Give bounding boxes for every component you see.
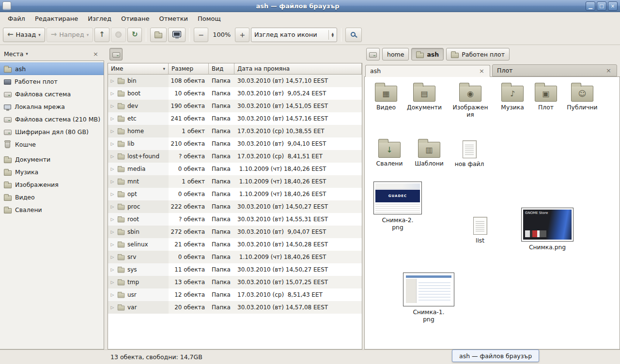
tab-close-button[interactable]: × — [478, 68, 485, 74]
zoom-out-button[interactable]: − — [194, 28, 208, 42]
menu-help[interactable]: Помощ — [193, 14, 226, 24]
sidebar-item-pictures[interactable]: Изображения — [0, 178, 104, 191]
expander-icon[interactable]: ▷ — [110, 305, 115, 310]
tree-row-selinux[interactable]: ▷selinux21 обектаПапка30.03.2010 (вт) 14… — [108, 238, 362, 251]
sidebar-item-filesystem-210mb[interactable]: Файлова система (210 MB) — [0, 113, 104, 125]
tree-row-usr[interactable]: ▷usr12 обектаПапка17.03.2010 (ср) 8,51,4… — [108, 288, 362, 301]
sidebar-item-ash[interactable]: ash — [0, 62, 104, 75]
expander-icon[interactable]: ▷ — [110, 192, 115, 197]
back-button[interactable]: ← Назад ▾ — [3, 28, 45, 42]
expander-icon[interactable]: ▷ — [110, 167, 115, 171]
column-header-name[interactable]: Име▾ — [108, 63, 169, 75]
menu-file[interactable]: Файл — [3, 14, 30, 24]
menu-edit[interactable]: Редактиране — [30, 14, 83, 24]
sidebar-item-local-network[interactable]: Локална мрежа — [0, 100, 104, 113]
tree-row-lost-found[interactable]: ▷lost+found? обектаПапка17.03.2010 (ср) … — [108, 150, 362, 163]
tree-row-sys[interactable]: ▷sys11 обектаПапка30.03.2010 (вт) 14,50,… — [108, 263, 362, 276]
expander-icon[interactable]: ▷ — [110, 267, 115, 272]
icon-list-file[interactable]: list — [465, 214, 495, 244]
back-dropdown-icon[interactable]: ▾ — [38, 32, 41, 37]
crumb-root-button[interactable] — [109, 48, 123, 61]
sort-indicator-icon[interactable]: ▾ — [160, 66, 165, 71]
places-close-button[interactable]: × — [91, 50, 100, 58]
sidebar-item-desktop[interactable]: Работен плот — [0, 75, 104, 88]
tree-row-boot[interactable]: ▷boot10 обектаПапка30.03.2010 (вт) 9,05,… — [108, 87, 362, 100]
expander-icon[interactable]: ▷ — [110, 179, 115, 184]
sidebar-item-video[interactable]: Видео — [0, 191, 104, 203]
icon-new-file[interactable]: нов файл — [453, 138, 486, 168]
expander-icon[interactable]: ▷ — [110, 229, 115, 234]
crumb-filesystem-button[interactable] — [366, 48, 380, 61]
column-header-size[interactable]: Размер — [169, 63, 209, 75]
view-mode-select[interactable]: Изглед като икони ▴▾ — [251, 28, 337, 42]
computer-button[interactable] — [168, 28, 186, 42]
zoom-level[interactable]: 100% — [210, 31, 233, 38]
menu-view[interactable]: Изглед — [83, 14, 116, 24]
icon-downloads-folder[interactable]: ↓Свалени — [374, 138, 404, 167]
tree-row-sbin[interactable]: ▷sbin272 обектаПапка30.03.2010 (вт) 9,04… — [108, 226, 362, 238]
tree-row-root[interactable]: ▷root? обектаПапка30.03.2010 (вт) 14,55,… — [108, 213, 362, 226]
up-button[interactable]: ↑ — [94, 28, 109, 42]
tree-row-opt[interactable]: ▷opt0 обектаПапка 1.10.2009 (чт) 18,40,2… — [108, 188, 362, 200]
sidebar-item-downloads[interactable]: Свалени — [0, 203, 104, 216]
crumb-home-button[interactable]: home — [382, 48, 409, 61]
sidebar-item-trash[interactable]: Кошче — [0, 138, 104, 151]
home-button[interactable] — [150, 28, 167, 42]
stop-button[interactable] — [111, 28, 126, 42]
tab-ash[interactable]: ash × — [365, 65, 490, 77]
tree-row-etc[interactable]: ▷etc241 обектаПапка30.03.2010 (вт) 14,57… — [108, 112, 362, 125]
icon-public-folder[interactable]: ☺Публични — [565, 82, 599, 111]
sidebar-item-documents[interactable]: Документи — [0, 153, 104, 166]
crumb-ash-button[interactable]: ash — [411, 48, 444, 61]
places-caret-icon[interactable]: ▾ — [26, 51, 28, 56]
icon-documents-folder[interactable]: ▤Документи — [406, 82, 442, 111]
expander-icon[interactable]: ▷ — [110, 255, 115, 259]
menu-bookmarks[interactable]: Отметки — [154, 14, 192, 24]
zoom-in-button[interactable]: + — [235, 28, 249, 42]
forward-button[interactable]: → Напред ▾ — [46, 28, 93, 42]
tree-row-home[interactable]: ▷home1 обектПапка17.03.2010 (ср) 10,38,5… — [108, 125, 362, 137]
icon-snimka1-png[interactable]: Снимка-1.png — [403, 273, 454, 323]
crumb-desktop-button[interactable]: Работен плот — [446, 48, 510, 61]
tab-close-button[interactable]: × — [605, 67, 612, 74]
tree-row-mnt[interactable]: ▷mnt1 обектПапка 1.10.2009 (чт) 18,40,26… — [108, 175, 362, 188]
close-button[interactable]: × — [608, 1, 618, 11]
column-header-type[interactable]: Вид — [209, 63, 234, 75]
icon-snimka-png[interactable]: GNOME Store Снимка.png — [522, 208, 573, 251]
sidebar-item-encrypted-80gb[interactable]: Шифриран дял (80 GB) — [0, 125, 104, 138]
sidebar-item-music[interactable]: Музика — [0, 166, 104, 178]
tree-row-lib[interactable]: ▷lib210 обектаПапка30.03.2010 (вт) 9,04,… — [108, 137, 362, 150]
tree-row-dev[interactable]: ▷dev190 обектаПапка30.03.2010 (вт) 14,51… — [108, 100, 362, 112]
places-title[interactable]: Места — [4, 50, 23, 58]
tree-row-tmp[interactable]: ▷tmp13 обектаПапка30.03.2010 (вт) 15,07,… — [108, 276, 362, 288]
tree-row-bin[interactable]: ▷bin108 обектаПапка30.03.2010 (вт) 14,57… — [108, 75, 362, 87]
icon-snimka2-png[interactable]: GUADEC Снимка-2.png — [372, 182, 423, 231]
icon-view[interactable]: ▦Видео ▤Документи ◉Изображения ♪Музика ▣… — [364, 77, 620, 349]
expander-icon[interactable]: ▷ — [110, 141, 115, 146]
expander-icon[interactable]: ▷ — [110, 129, 115, 134]
expander-icon[interactable]: ▷ — [110, 104, 115, 108]
minimize-button[interactable]: ▁ — [586, 1, 595, 11]
expander-icon[interactable]: ▷ — [110, 91, 115, 96]
tree-row-proc[interactable]: ▷proc222 обектаПапка30.03.2010 (вт) 14,5… — [108, 200, 362, 213]
column-header-date[interactable]: Дата на промяна — [234, 63, 362, 75]
sidebar-item-filesystem[interactable]: Файлова система — [0, 88, 104, 100]
expander-icon[interactable]: ▷ — [110, 292, 115, 297]
maximize-button[interactable]: □ — [597, 1, 606, 11]
expander-icon[interactable]: ▷ — [110, 116, 115, 121]
expander-icon[interactable]: ▷ — [110, 204, 115, 209]
search-button[interactable] — [345, 28, 362, 42]
menu-go[interactable]: Отиване — [116, 14, 154, 24]
expander-icon[interactable]: ▷ — [110, 280, 115, 285]
icon-pictures-folder[interactable]: ◉Изображения — [452, 82, 489, 119]
tree-row-media[interactable]: ▷media0 обектаПапка 1.10.2009 (чт) 18,40… — [108, 163, 362, 175]
expander-icon[interactable]: ▷ — [110, 242, 115, 247]
tree-row-srv[interactable]: ▷srv0 обектаПапка 1.10.2009 (чт) 18,40,2… — [108, 251, 362, 263]
expander-icon[interactable]: ▷ — [110, 154, 115, 159]
expander-icon[interactable]: ▷ — [110, 217, 115, 222]
tree-row-var[interactable]: ▷var20 обектаПапка30.03.2010 (вт) 14,57,… — [108, 301, 362, 314]
icon-music-folder[interactable]: ♪Музика — [497, 82, 527, 111]
window-menu-icon[interactable] — [2, 1, 11, 10]
icon-video-folder[interactable]: ▦Видео — [372, 82, 401, 111]
icon-templates-folder[interactable]: ▥Шаблони — [413, 138, 445, 167]
